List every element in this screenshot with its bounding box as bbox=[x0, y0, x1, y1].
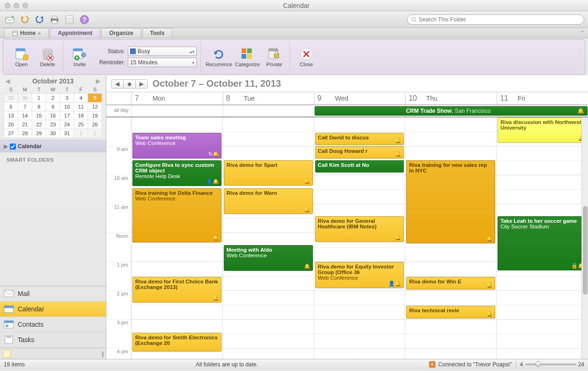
calendar-event[interactable]: Riva demo for Equity Investor Group (Off… bbox=[315, 262, 404, 288]
minical-day[interactable]: 9 bbox=[46, 103, 60, 111]
minical-day[interactable]: 10 bbox=[60, 103, 74, 111]
notes-icon[interactable] bbox=[3, 350, 11, 358]
calendar-event[interactable]: Riva demo for Smith Electronics (Exchang… bbox=[132, 333, 221, 351]
minical-day[interactable]: 24 bbox=[60, 120, 74, 129]
calendar-event[interactable]: Riva demo for Spart🔔 bbox=[224, 160, 313, 186]
ribbon-collapse-icon[interactable]: ⌃ bbox=[577, 28, 588, 38]
calendar-event[interactable]: Riva demo for Warn🔔 bbox=[224, 188, 313, 214]
minical-day[interactable]: 22 bbox=[32, 120, 46, 129]
minimize-window-icon[interactable] bbox=[14, 3, 19, 8]
private-button[interactable]: Private bbox=[263, 47, 286, 67]
minical-day[interactable]: 27 bbox=[4, 129, 18, 138]
print-icon[interactable] bbox=[48, 14, 61, 26]
minical-day[interactable]: 11 bbox=[74, 103, 88, 111]
minical-day[interactable]: 1 bbox=[32, 94, 46, 103]
minical-day[interactable]: 2 bbox=[88, 129, 102, 138]
send-receive-icon[interactable] bbox=[4, 14, 16, 26]
minical-day[interactable]: 18 bbox=[74, 111, 88, 120]
vertical-scrollbar[interactable] bbox=[581, 117, 588, 359]
calendar-event[interactable]: Configure Riva to sync custom CRM object… bbox=[132, 160, 221, 186]
zoom-control[interactable]: 4 24 bbox=[520, 361, 584, 368]
delete-button[interactable]: Delete bbox=[36, 47, 59, 67]
minical-day[interactable]: 5 bbox=[88, 94, 102, 103]
nav-mail[interactable]: Mail bbox=[0, 286, 106, 302]
minical-day[interactable]: 29 bbox=[4, 94, 18, 103]
calendar-event[interactable]: Call Doug Howard r🔔 bbox=[315, 146, 404, 158]
minical-day[interactable]: 2 bbox=[46, 94, 60, 103]
minical-day[interactable]: 30 bbox=[46, 129, 60, 138]
minical-day[interactable]: 4 bbox=[74, 94, 88, 103]
nav-calendar[interactable]: Calendar bbox=[0, 302, 106, 317]
calendar-section[interactable]: ▶ Calendar bbox=[0, 140, 106, 152]
close-window-icon[interactable] bbox=[5, 3, 10, 8]
minical-day[interactable]: 16 bbox=[46, 111, 60, 120]
minical-day[interactable]: 8 bbox=[32, 103, 46, 111]
next-week-icon[interactable]: ▶ bbox=[136, 80, 147, 88]
svg-rect-26 bbox=[242, 54, 246, 59]
time-label: 4 pm bbox=[106, 349, 131, 359]
nav-tasks[interactable]: Tasks bbox=[0, 332, 106, 348]
tab-tools[interactable]: Tools bbox=[142, 28, 173, 38]
zoom-slider[interactable] bbox=[525, 364, 576, 365]
calendar-event[interactable]: Riva demo for First Choice Bank (Exchang… bbox=[132, 277, 221, 302]
allday-event[interactable]: CRM Trade Show; San Francisco 🔔 bbox=[315, 106, 588, 116]
minical-day[interactable]: 6 bbox=[4, 103, 18, 111]
sidebar-grip-icon[interactable]: ||| bbox=[102, 350, 103, 357]
invite-button[interactable]: + Invite bbox=[68, 47, 91, 67]
minical-day[interactable]: 21 bbox=[18, 120, 32, 129]
next-month-icon[interactable]: ▶ bbox=[94, 78, 102, 84]
minical-day[interactable]: 26 bbox=[88, 120, 102, 129]
list-icon[interactable] bbox=[63, 14, 76, 26]
minical-day[interactable]: 14 bbox=[18, 111, 32, 120]
minical-day[interactable]: 17 bbox=[60, 111, 74, 120]
calendar-event[interactable]: Meeting with AldoWeb Conference🔔 bbox=[224, 245, 313, 271]
calendar-event[interactable]: Team sales meetingWeb Conference↻🔔 bbox=[132, 133, 221, 158]
today-icon[interactable]: ◆ bbox=[124, 80, 136, 88]
prev-week-icon[interactable]: ◀ bbox=[111, 80, 124, 88]
minical-day[interactable]: 3 bbox=[60, 94, 74, 103]
status-select[interactable]: Busy▴▾ bbox=[128, 47, 197, 56]
prev-month-icon[interactable]: ◀ bbox=[4, 78, 12, 84]
help-icon[interactable]: ? bbox=[78, 14, 90, 26]
minical-day[interactable]: 28 bbox=[18, 129, 32, 138]
minical-day[interactable]: 30 bbox=[18, 94, 32, 103]
minical-day[interactable]: 23 bbox=[46, 120, 60, 129]
minical-day[interactable]: 13 bbox=[4, 111, 18, 120]
reminder-select[interactable]: 15 Minutes▾ bbox=[128, 58, 197, 67]
tab-home[interactable]: Home ▸ bbox=[4, 28, 49, 38]
mini-calendar[interactable]: ◀ October 2013 ▶ SMTWTFS2930123456789101… bbox=[0, 76, 106, 140]
tab-organize[interactable]: Organize bbox=[101, 28, 141, 38]
week-nav[interactable]: ◀ ◆ ▶ bbox=[111, 79, 148, 89]
minical-day[interactable]: 12 bbox=[88, 103, 102, 111]
minical-day[interactable]: 1 bbox=[74, 129, 88, 138]
zoom-window-icon[interactable] bbox=[22, 3, 28, 8]
open-button[interactable]: Open bbox=[10, 47, 33, 67]
calendar-event[interactable]: Call Kim Scott at No bbox=[315, 160, 404, 172]
calendar-event[interactable]: Take Leah to her soccer gameCity Soccer … bbox=[498, 216, 587, 270]
undo-icon[interactable] bbox=[19, 14, 31, 26]
calendar-event[interactable]: Riva demo for Win E🔔 bbox=[406, 277, 495, 289]
calendar-event[interactable]: Riva training for Delta FinanceWeb Confe… bbox=[132, 188, 221, 242]
redo-icon[interactable] bbox=[34, 14, 46, 26]
minical-day[interactable]: 25 bbox=[74, 120, 88, 129]
minical-day[interactable]: 7 bbox=[18, 103, 32, 111]
calendar-event[interactable]: Riva technical revie🔔 bbox=[406, 306, 495, 318]
calendar-event[interactable]: Call David to discus🔔 bbox=[315, 133, 404, 145]
search-input[interactable] bbox=[419, 16, 580, 23]
recurrence-button[interactable]: Recurrence bbox=[206, 47, 232, 67]
calendar-event[interactable]: Riva training for new sales rep in NYC🔔 bbox=[406, 160, 495, 243]
search-box[interactable] bbox=[407, 14, 584, 25]
calendar-checkbox[interactable] bbox=[10, 144, 16, 150]
categorize-button[interactable]: Categorize bbox=[235, 47, 260, 67]
calendar-event[interactable]: Riva demo for General Healthcare (IBM No… bbox=[315, 216, 404, 242]
minical-day[interactable]: 29 bbox=[32, 129, 46, 138]
minical-day[interactable]: 20 bbox=[4, 120, 18, 129]
close-button[interactable]: Close bbox=[295, 47, 318, 67]
nav-contacts[interactable]: Contacts bbox=[0, 317, 106, 332]
tab-appointment[interactable]: Appointment bbox=[50, 28, 100, 38]
minical-day[interactable]: 15 bbox=[32, 111, 46, 120]
calendar-event[interactable]: Riva discussion with Northwest Universit… bbox=[498, 117, 587, 143]
minical-day[interactable]: 31 bbox=[60, 129, 74, 138]
minical-day[interactable]: 19 bbox=[88, 111, 102, 120]
svg-text:+: + bbox=[76, 55, 78, 60]
